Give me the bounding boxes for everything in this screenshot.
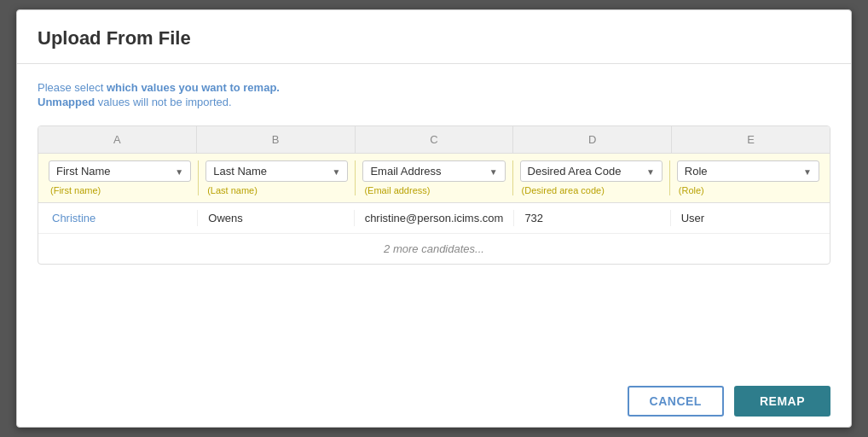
data-cell-last-name: Owens (198, 210, 354, 226)
col-header-e: E (672, 126, 830, 153)
cancel-button[interactable]: CANCEL (628, 386, 724, 417)
chevron-down-icon: ▼ (803, 166, 812, 176)
col-header-d: D (513, 126, 672, 153)
data-row-1: Christine Owens christine@person.icims.c… (38, 203, 830, 234)
chevron-down-icon: ▼ (646, 166, 655, 176)
info-line1: Please select which values you want to r… (38, 81, 830, 94)
hint-role: (Role) (677, 185, 819, 195)
modal-body: Please select which values you want to r… (17, 64, 851, 376)
hint-desired-area-code: (Desired area code) (520, 185, 663, 195)
hint-first-name: (First name) (49, 185, 191, 195)
mapping-row: First Name ▼ (First name) Last Name ▼ (L… (38, 154, 830, 203)
dropdown-desired-area-code[interactable]: Desired Area Code ▼ (520, 160, 663, 182)
data-cell-first-name: Christine (42, 210, 198, 226)
remap-button[interactable]: REMAP (734, 386, 830, 417)
data-cell-email: christine@person.icims.com (355, 210, 515, 226)
chevron-down-icon: ▼ (333, 166, 341, 176)
upload-from-file-modal: Upload From File Please select which val… (16, 9, 852, 428)
col-header-c: C (356, 126, 514, 153)
col-header-b: B (197, 126, 356, 153)
mapping-table: A B C D E First Name ▼ (First name) Last (38, 125, 830, 265)
chevron-down-icon: ▼ (175, 166, 183, 176)
mapping-cell-c: Email Address ▼ (Email address) (356, 160, 512, 195)
dropdown-role[interactable]: Role ▼ (677, 160, 819, 182)
more-candidates-row: 2 more candidates... (38, 234, 830, 264)
data-cell-area-code: 732 (514, 210, 670, 226)
mapping-cell-b: Last Name ▼ (Last name) (199, 160, 356, 195)
column-header-row: A B C D E (38, 126, 830, 154)
hint-last-name: (Last name) (205, 185, 348, 195)
modal-header: Upload From File (17, 10, 851, 64)
modal-title: Upload From File (38, 27, 191, 49)
data-cell-role: User (671, 210, 826, 226)
chevron-down-icon: ▼ (489, 166, 498, 176)
mapping-cell-a: First Name ▼ (First name) (42, 160, 199, 195)
more-candidates-text: 2 more candidates... (384, 242, 484, 255)
col-header-a: A (38, 126, 197, 153)
mapping-cell-e: Role ▼ (Role) (670, 160, 826, 195)
dropdown-last-name[interactable]: Last Name ▼ (205, 160, 348, 182)
mapping-cell-d: Desired Area Code ▼ (Desired area code) (513, 160, 670, 195)
hint-email-address: (Email address) (362, 185, 505, 195)
dropdown-first-name[interactable]: First Name ▼ (49, 160, 191, 182)
info-line2: Unmapped values will not be imported. (38, 96, 830, 108)
dropdown-email-address[interactable]: Email Address ▼ (362, 160, 505, 182)
modal-footer: CANCEL REMAP (17, 376, 851, 427)
